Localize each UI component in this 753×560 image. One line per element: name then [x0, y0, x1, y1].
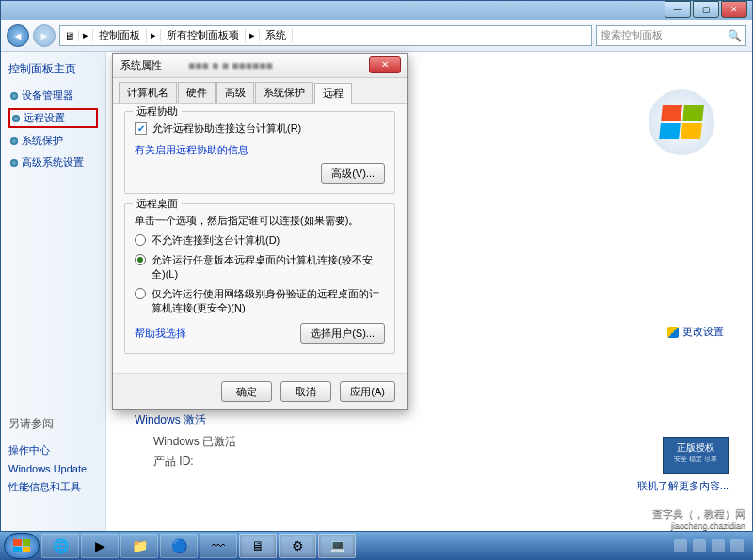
dialog-footer: 确定 取消 应用(A): [113, 373, 407, 409]
crumb-all-items[interactable]: 所有控制面板项: [161, 28, 246, 42]
radio-icon[interactable]: [135, 254, 146, 265]
taskbar-app3[interactable]: 🖥: [239, 534, 277, 558]
allow-remote-assist-label: 允许远程协助连接这台计算机(R): [152, 121, 301, 136]
taskbar-app1[interactable]: 🔵: [160, 534, 198, 558]
sidebar-item-label: 高级系统设置: [22, 155, 84, 169]
sidebar-item-label: 远程设置: [24, 111, 65, 125]
windows-logo-icon: [649, 89, 714, 155]
see-also-title: 另请参阅: [8, 416, 98, 432]
breadcrumb[interactable]: 🖥 ▸ 控制面板 ▸ 所有控制面板项 ▸ 系统: [59, 25, 592, 46]
taskbar-media-player[interactable]: ▶: [81, 534, 119, 558]
taskbar-ie[interactable]: 🌐: [41, 534, 79, 558]
back-button[interactable]: ◄: [7, 24, 29, 47]
learn-more-link[interactable]: 联机了解更多内容...: [637, 479, 729, 493]
genuine-title: 正版授权: [665, 441, 726, 455]
radio-label: 允许运行任意版本远程桌面的计算机连接(较不安全)(L): [152, 253, 385, 281]
ok-button[interactable]: 确定: [221, 381, 272, 402]
shield-icon: [667, 327, 679, 338]
taskbar: 🌐 ▶ 📁 🔵 〰 🖥 ⚙ 💻: [0, 532, 753, 560]
taskbar-app2[interactable]: 〰: [200, 534, 237, 558]
dialog-tabs: 计算机名 硬件 高级 系统保护 远程: [113, 78, 407, 104]
crumb-control-panel[interactable]: 控制面板: [93, 28, 147, 42]
activated-row: Windows 已激活: [153, 434, 724, 450]
blurred-text: ■■■ ■ ■ ■■■■■■: [188, 59, 273, 72]
remote-desktop-hint: 单击一个选项，然后指定谁可以连接(如果需要)。: [135, 214, 385, 228]
watermark-line1: 查字典（，教程）网: [652, 506, 745, 520]
remote-assist-title: 远程协助: [133, 104, 182, 119]
sidebar-device-manager[interactable]: 设备管理器: [8, 87, 98, 104]
cancel-button[interactable]: 取消: [280, 381, 331, 402]
dialog-title-bar[interactable]: 系统属性 ■■■ ■ ■ ■■■■■■ ✕: [113, 54, 407, 78]
radio-allow-nla[interactable]: 仅允许运行使用网络级别身份验证的远程桌面的计算机连接(更安全)(N): [135, 287, 385, 315]
radio-dont-allow[interactable]: 不允许连接到这台计算机(D): [135, 233, 385, 248]
chevron-right-icon: ▸: [246, 29, 260, 41]
help-me-choose-link[interactable]: 帮助我选择: [135, 327, 186, 341]
see-also-windows-update[interactable]: Windows Update: [8, 461, 98, 476]
sidebar: 控制面板主页 设备管理器 远程设置 系统保护 高级系统设置 另请参阅 操作中心 …: [1, 52, 106, 531]
remote-assist-group: 远程协助 ✔ 允许远程协助连接这台计算机(R) 有关启用远程协助的信息 高级(V…: [124, 111, 395, 194]
tab-advanced[interactable]: 高级: [216, 82, 254, 103]
change-settings-link[interactable]: 更改设置: [667, 325, 724, 339]
chevron-right-icon: ▸: [147, 29, 161, 41]
sidebar-item-label: 系统保护: [22, 134, 63, 148]
tab-computer-name[interactable]: 计算机名: [119, 82, 177, 103]
dialog-close-button[interactable]: ✕: [369, 56, 401, 73]
tray-volume-icon[interactable]: [712, 539, 725, 552]
bullet-icon: [10, 92, 18, 100]
taskbar-explorer[interactable]: 📁: [120, 534, 158, 558]
sidebar-remote-settings[interactable]: 远程设置: [8, 108, 98, 128]
tray-icon[interactable]: [674, 539, 687, 552]
bullet-icon: [10, 159, 18, 167]
taskbar-control-panel[interactable]: ⚙: [279, 534, 316, 558]
tray-icon[interactable]: [693, 539, 706, 552]
dialog-title: 系统属性: [120, 58, 162, 72]
radio-icon[interactable]: [135, 288, 146, 299]
tray-network-icon[interactable]: [730, 539, 744, 552]
maximize-button[interactable]: ▢: [693, 1, 719, 18]
system-properties-dialog: 系统属性 ■■■ ■ ■ ■■■■■■ ✕ 计算机名 硬件 高级 系统保护 远程…: [112, 53, 408, 410]
remote-desktop-group: 远程桌面 单击一个选项，然后指定谁可以连接(如果需要)。 不允许连接到这台计算机…: [124, 203, 395, 354]
product-id-row: 产品 ID:: [153, 454, 724, 470]
apply-button[interactable]: 应用(A): [340, 381, 395, 402]
allow-remote-assist-row[interactable]: ✔ 允许远程协助连接这台计算机(R): [135, 121, 385, 136]
search-placeholder: 搜索控制面板: [601, 28, 663, 42]
activated-text: Windows 已激活: [153, 434, 236, 450]
search-icon[interactable]: 🔍: [728, 29, 742, 42]
forward-button[interactable]: ►: [33, 24, 56, 47]
tab-remote[interactable]: 远程: [314, 83, 352, 104]
sidebar-home[interactable]: 控制面板主页: [8, 61, 98, 77]
minimize-button[interactable]: —: [665, 1, 691, 18]
see-also-action-center[interactable]: 操作中心: [8, 441, 98, 459]
activation-header: Windows 激活: [135, 412, 724, 428]
watermark-line2: jiaocheng.chazidian: [652, 520, 745, 530]
checkbox-icon[interactable]: ✔: [135, 122, 147, 135]
remote-assist-info-link[interactable]: 有关启用远程协助的信息: [135, 143, 385, 157]
change-settings-label: 更改设置: [682, 325, 724, 339]
crumb-system[interactable]: 系统: [260, 28, 293, 42]
title-bar: — ▢ ✕: [1, 1, 752, 20]
radio-icon[interactable]: [135, 234, 146, 246]
remote-desktop-title: 远程桌面: [133, 197, 182, 211]
dialog-body: 远程协助 ✔ 允许远程协助连接这台计算机(R) 有关启用远程协助的信息 高级(V…: [113, 104, 407, 373]
radio-label: 仅允许运行使用网络级别身份验证的远程桌面的计算机连接(更安全)(N): [152, 287, 385, 315]
start-button[interactable]: [4, 533, 40, 559]
genuine-badge[interactable]: 正版授权 安全 稳定 尽享: [663, 437, 729, 474]
radio-allow-any[interactable]: 允许运行任意版本远程桌面的计算机连接(较不安全)(L): [135, 253, 385, 281]
see-also-perf-info[interactable]: 性能信息和工具: [8, 478, 98, 496]
computer-icon[interactable]: 🖥: [60, 30, 79, 41]
taskbar-app4[interactable]: 💻: [318, 534, 356, 558]
nav-bar: ◄ ► 🖥 ▸ 控制面板 ▸ 所有控制面板项 ▸ 系统 搜索控制面板 🔍: [1, 20, 752, 52]
select-users-button[interactable]: 选择用户(S)...: [300, 323, 385, 344]
sidebar-advanced-system[interactable]: 高级系统设置: [8, 153, 98, 171]
watermark: 查字典（，教程）网 jiaocheng.chazidian: [652, 506, 745, 530]
tab-system-protection[interactable]: 系统保护: [255, 82, 313, 103]
sidebar-item-label: 设备管理器: [22, 88, 73, 103]
genuine-sub: 安全 稳定 尽享: [665, 455, 726, 464]
close-button[interactable]: ✕: [721, 1, 747, 18]
sidebar-system-protection[interactable]: 系统保护: [8, 132, 98, 150]
search-input[interactable]: 搜索控制面板 🔍: [596, 25, 746, 46]
advanced-button[interactable]: 高级(V)...: [321, 163, 385, 184]
tab-hardware[interactable]: 硬件: [178, 82, 216, 103]
bullet-icon: [12, 115, 20, 122]
chevron-right-icon[interactable]: ▸: [79, 29, 93, 41]
